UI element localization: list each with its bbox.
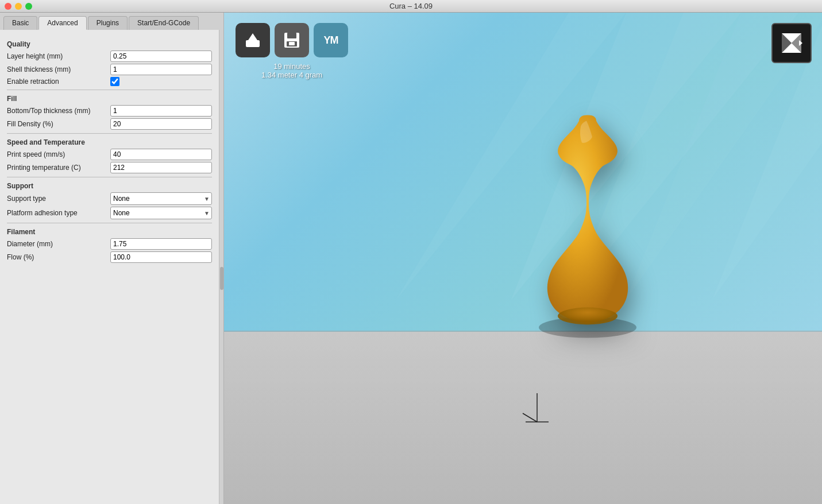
select-wrapper-support-type: None Touching buildplate Everywhere ▼ bbox=[110, 192, 212, 205]
setting-print-speed: Print speed (mm/s) bbox=[7, 149, 212, 160]
vase-svg bbox=[496, 98, 680, 339]
tab-bar: Basic Advanced Plugins Start/End-GCode bbox=[0, 13, 223, 30]
scrollbar-thumb[interactable] bbox=[220, 267, 223, 290]
label-shell-thickness: Shell thickness (mm) bbox=[7, 65, 110, 73]
main-container: Basic Advanced Plugins Start/End-GCode Q… bbox=[0, 13, 822, 504]
label-layer-height: Layer height (mm) bbox=[7, 52, 110, 60]
close-button[interactable] bbox=[5, 3, 11, 10]
label-support-type: Support type bbox=[7, 195, 110, 203]
svg-rect-5 bbox=[246, 40, 260, 47]
axis-indicator bbox=[520, 387, 554, 429]
titlebar: Cura – 14.09 bbox=[0, 0, 822, 13]
load-svg bbox=[242, 30, 263, 51]
toolbar-icons-row: YM bbox=[236, 23, 348, 57]
input-fill-density[interactable] bbox=[110, 118, 212, 130]
label-fill-density: Fill Density (%) bbox=[7, 120, 110, 128]
minimize-button[interactable] bbox=[15, 3, 22, 10]
input-bottom-top-thickness[interactable] bbox=[110, 105, 212, 117]
setting-fill-density: Fill Density (%) bbox=[7, 118, 212, 130]
section-quality-header: Quality bbox=[7, 40, 212, 48]
divider-speed-support bbox=[7, 177, 212, 177]
section-support-header: Support bbox=[7, 182, 212, 190]
setting-layer-height: Layer height (mm) bbox=[7, 51, 212, 62]
svg-rect-10 bbox=[289, 42, 295, 45]
vase-3d-object bbox=[496, 98, 680, 340]
vase-body-path bbox=[547, 115, 627, 323]
label-enable-retraction: Enable retraction bbox=[7, 77, 110, 86]
input-layer-height[interactable] bbox=[110, 51, 212, 62]
tab-plugins[interactable]: Plugins bbox=[88, 16, 128, 30]
label-diameter: Diameter (mm) bbox=[7, 240, 110, 248]
tab-advanced[interactable]: Advanced bbox=[38, 16, 86, 30]
window-controls[interactable] bbox=[5, 3, 32, 10]
setting-diameter: Diameter (mm) bbox=[7, 238, 212, 250]
maximize-button[interactable] bbox=[25, 3, 32, 10]
divider-support-filament bbox=[7, 223, 212, 223]
setting-bottom-top-thickness: Bottom/Top thickness (mm) bbox=[7, 105, 212, 117]
section-fill-header: Fill bbox=[7, 95, 212, 103]
tab-start-end-gcode[interactable]: Start/End-GCode bbox=[129, 16, 199, 30]
3d-viewport[interactable]: YM 19 minutes 1.34 meter 4 gram bbox=[224, 13, 822, 504]
label-print-speed: Print speed (mm/s) bbox=[7, 150, 110, 158]
youmagine-icon-button[interactable]: YM bbox=[314, 23, 348, 57]
setting-shell-thickness: Shell thickness (mm) bbox=[7, 64, 212, 75]
section-filament-header: Filament bbox=[7, 228, 212, 236]
setting-platform-adhesion: Platform adhesion type None Brim Raft ▼ bbox=[7, 207, 212, 219]
corner-logo-svg bbox=[777, 29, 806, 57]
setting-flow: Flow (%) bbox=[7, 251, 212, 263]
youmagine-label: YM bbox=[324, 34, 338, 46]
input-flow[interactable] bbox=[110, 251, 212, 263]
select-support-type[interactable]: None Touching buildplate Everywhere bbox=[110, 192, 212, 205]
input-shell-thickness[interactable] bbox=[110, 64, 212, 75]
save-icon-button[interactable] bbox=[275, 23, 309, 57]
input-diameter[interactable] bbox=[110, 238, 212, 250]
label-bottom-top-thickness: Bottom/Top thickness (mm) bbox=[7, 107, 110, 115]
print-material: 1.34 meter 4 gram bbox=[261, 71, 322, 79]
svg-line-14 bbox=[523, 413, 537, 422]
left-panel: Basic Advanced Plugins Start/End-GCode Q… bbox=[0, 13, 224, 504]
input-print-speed[interactable] bbox=[110, 149, 212, 160]
axis-svg bbox=[520, 387, 554, 428]
print-info: 19 minutes 1.34 meter 4 gram bbox=[261, 62, 322, 79]
window-title: Cura – 14.09 bbox=[389, 2, 433, 10]
select-wrapper-platform-adhesion: None Brim Raft ▼ bbox=[110, 207, 212, 219]
save-svg bbox=[281, 30, 302, 51]
settings-panel: Quality Layer height (mm) Shell thicknes… bbox=[0, 30, 219, 504]
checkbox-enable-retraction[interactable] bbox=[110, 77, 119, 86]
corner-logo[interactable] bbox=[771, 23, 812, 63]
divider-quality-fill bbox=[7, 90, 212, 90]
svg-marker-6 bbox=[248, 33, 257, 40]
svg-rect-8 bbox=[287, 33, 296, 38]
load-icon-button[interactable] bbox=[236, 23, 270, 57]
setting-printing-temp: Printing temperature (C) bbox=[7, 162, 212, 173]
select-platform-adhesion[interactable]: None Brim Raft bbox=[110, 207, 212, 219]
label-printing-temp: Printing temperature (C) bbox=[7, 164, 110, 172]
toolbar: YM 19 minutes 1.34 meter 4 gram bbox=[236, 23, 348, 79]
label-flow: Flow (%) bbox=[7, 253, 110, 261]
toolbar-group: YM 19 minutes 1.34 meter 4 gram bbox=[236, 23, 348, 79]
divider-fill-speed bbox=[7, 133, 212, 134]
tab-basic[interactable]: Basic bbox=[3, 16, 37, 30]
input-printing-temp[interactable] bbox=[110, 162, 212, 173]
print-time: 19 minutes bbox=[261, 62, 322, 71]
vase-bottom-shadow bbox=[558, 307, 618, 324]
setting-support-type: Support type None Touching buildplate Ev… bbox=[7, 192, 212, 205]
section-speed-header: Speed and Temperature bbox=[7, 138, 212, 146]
setting-enable-retraction: Enable retraction bbox=[7, 77, 212, 86]
scrollbar[interactable] bbox=[219, 30, 223, 504]
label-platform-adhesion: Platform adhesion type bbox=[7, 209, 110, 217]
